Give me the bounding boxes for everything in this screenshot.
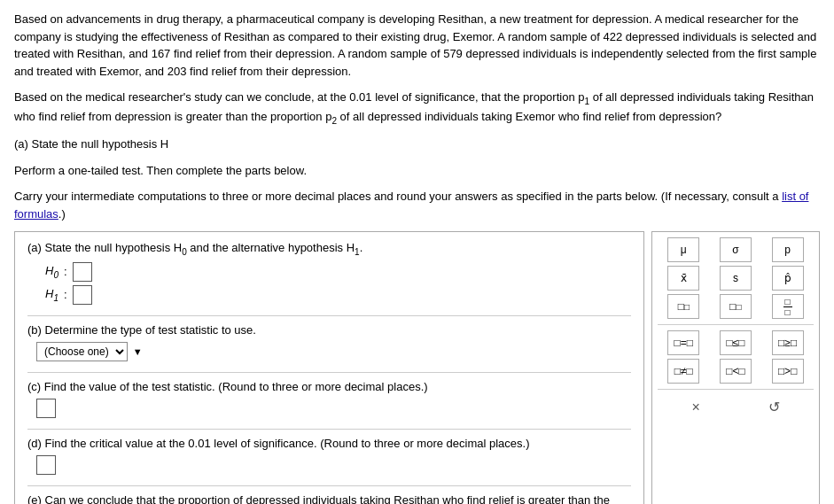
divider-1	[658, 324, 814, 325]
paragraph2: Based on the medical researcher's study …	[14, 89, 820, 127]
h1-line: H1 :	[45, 285, 631, 305]
divider-2	[658, 389, 814, 390]
h0-colon: :	[64, 265, 67, 278]
symbol-row-4: □=□ □≤□ □≥□	[658, 330, 814, 355]
h1-symbol: H1	[45, 287, 58, 303]
part-b: (b) Determine the type of test statistic…	[27, 323, 631, 361]
squared-button[interactable]: □□	[667, 294, 699, 319]
paragraph3-text: Perform a one-tailed test. Then complete…	[14, 162, 820, 180]
symbol-row-2: x̄ s p̂	[658, 266, 814, 291]
critical-value-input[interactable]	[36, 455, 56, 475]
clear-button[interactable]: ×	[691, 399, 699, 415]
symbol-row-1: μ σ p	[658, 237, 814, 262]
question-box: (a) State the null hypothesis H0 and the…	[14, 231, 644, 504]
part-a-label: (a) State the null hypothesis H0 and the…	[27, 241, 631, 257]
main-container: (a) State the null hypothesis H0 and the…	[14, 231, 820, 504]
p-button[interactable]: p	[772, 237, 804, 262]
separator-bc	[27, 372, 631, 373]
mu-button[interactable]: μ	[667, 237, 699, 262]
s-button[interactable]: s	[720, 266, 752, 291]
part-c-label: (c) Find the value of the test statistic…	[27, 380, 631, 393]
paragraph3: (a) State the null hypothesis H	[14, 136, 820, 153]
h1-input[interactable]	[73, 285, 92, 305]
gt-button[interactable]: □>□	[772, 359, 804, 384]
part-d: (d) Find the critical value at the 0.01 …	[27, 437, 631, 475]
h0-line: H0 :	[45, 262, 631, 282]
leq-button[interactable]: □≤□	[720, 330, 752, 355]
test-statistic-input[interactable]	[36, 399, 56, 418]
intro-section: Based on advancements in drug therapy, a…	[14, 11, 820, 222]
phat-button[interactable]: p̂	[772, 266, 804, 291]
symbol-bottom-row: × ↺	[658, 399, 814, 415]
para2-part3: of all depressed individuals taking Exem…	[337, 110, 721, 123]
symbol-panel: μ σ p x̄ s p̂ □□ □□ □□ □=□ □≤□ □≥□ □≠□ □…	[651, 231, 820, 504]
symbol-row-3: □□ □□ □□	[658, 294, 814, 319]
h0-input[interactable]	[73, 262, 92, 282]
h1-colon: :	[64, 288, 67, 301]
sigma-button[interactable]: σ	[720, 237, 752, 262]
part-a: (a) State the null hypothesis H0 and the…	[27, 241, 631, 305]
paragraph4: Carry your intermediate computations to …	[14, 188, 820, 222]
xbar-button[interactable]: x̄	[667, 266, 699, 291]
part-c: (c) Find the value of the test statistic…	[27, 380, 631, 418]
lt-button[interactable]: □<□	[720, 359, 752, 384]
paragraph1: Based on advancements in drug therapy, a…	[14, 11, 820, 80]
h0-symbol: H0	[45, 264, 58, 280]
para4-part2: .)	[58, 207, 66, 221]
part-e: (e) Can we conclude that the proportion …	[27, 493, 631, 504]
para4-part1: Carry your intermediate computations to …	[14, 190, 782, 203]
symbol-row-5: □≠□ □<□ □>□	[658, 359, 814, 384]
geq-button[interactable]: □≥□	[772, 330, 804, 355]
separator-ab	[27, 315, 631, 316]
separator-de	[27, 485, 631, 486]
subscript-button[interactable]: □□	[720, 294, 752, 319]
dropdown-arrow: ▼	[133, 346, 143, 357]
undo-button[interactable]: ↺	[768, 399, 780, 415]
test-statistic-dropdown[interactable]: (Choose one) z t Chi-square F	[36, 342, 128, 361]
part-e-label: (e) Can we conclude that the proportion …	[27, 493, 631, 504]
separator-cd	[27, 429, 631, 430]
para2-part1: Based on the medical researcher's study …	[14, 90, 584, 104]
part-b-label: (b) Determine the type of test statistic…	[27, 323, 631, 337]
equals-button[interactable]: □=□	[667, 330, 699, 355]
neq-button[interactable]: □≠□	[667, 359, 699, 384]
fraction-button[interactable]: □□	[772, 294, 804, 319]
part-d-label: (d) Find the critical value at the 0.01 …	[27, 437, 631, 450]
